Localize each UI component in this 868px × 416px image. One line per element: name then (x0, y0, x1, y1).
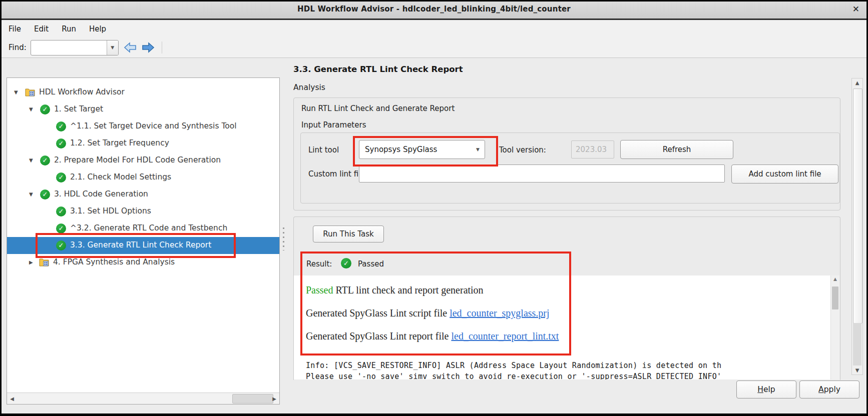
scroll-up-icon[interactable]: ▲ (831, 276, 839, 282)
scroll-right-icon[interactable]: ▶ (269, 393, 279, 404)
run-this-task-button[interactable]: Run This Task (313, 226, 384, 242)
passed-status-text: Passed (306, 284, 333, 296)
result-label: Result: (306, 260, 332, 268)
scrollbar-thumb[interactable] (832, 286, 838, 310)
close-icon[interactable]: ✕ (852, 4, 859, 14)
tree-row-set-hdl-options[interactable]: ✓ 3.1. Set HDL Options (7, 203, 279, 220)
lint-tool-selected-value: Synopsys SpyGlass (359, 145, 476, 154)
tool-version-field: 2023.03 (571, 140, 614, 158)
workflow-tree: ▼ HDL Workflow Advisor ▼ ✓ 1. Set Target… (7, 78, 280, 404)
tree-row-set-target-frequency[interactable]: ✓ 1.2. Set Target Frequency (7, 135, 279, 152)
result-passed-check-icon: ✓ (341, 258, 351, 268)
tree-horizontal-scrollbar[interactable]: ◀ ▶ (7, 392, 279, 404)
advisor-folder-icon (39, 258, 49, 268)
help-button[interactable]: Help (736, 380, 796, 398)
find-previous-icon[interactable] (124, 42, 137, 53)
passed-check-icon: ✓ (56, 138, 66, 148)
custom-lint-file-label: Custom lint file (308, 170, 365, 178)
menu-help[interactable]: Help (89, 24, 106, 34)
tool-version-value: 2023.03 (576, 145, 607, 154)
tree-row-advisor[interactable]: ▼ HDL Workflow Advisor (7, 84, 279, 101)
tree-row-set-target[interactable]: ▼ ✓ 1. Set Target (7, 101, 279, 118)
panel-splitter-handle[interactable] (283, 228, 284, 250)
tree-item-label[interactable]: 4. FPGA Synthesis and Analysis (53, 258, 175, 266)
expanded-triangle-icon[interactable]: ▼ (29, 158, 33, 164)
find-combobox[interactable]: ▼ (31, 40, 119, 56)
scrollbar-thumb[interactable] (853, 88, 862, 324)
lint-tool-dropdown[interactable]: Synopsys SpyGlass ▼ (359, 140, 485, 159)
log-line-report-file: Generated SpyGlass Lint report file led_… (306, 330, 559, 342)
tree-row-set-target-device[interactable]: ✓ ^1.1. Set Target Device and Synthesis … (7, 118, 279, 135)
spyglass-prj-link[interactable]: led_counter_spyglass.prj (450, 308, 549, 318)
hdl-workflow-advisor-window: HDL Workflow Advisor - hdlcoder_led_blin… (2, 2, 866, 414)
expanded-triangle-icon[interactable]: ▼ (29, 192, 33, 198)
tree-item-label[interactable]: ^1.1. Set Target Device and Synthesis To… (70, 122, 237, 130)
log-text: RTL lint check and report generation (333, 284, 483, 296)
log-line-script-file: Generated SpyGlass Lint script file led_… (306, 308, 550, 319)
passed-check-icon: ✓ (40, 104, 50, 114)
tree-item-label[interactable]: ^3.2. Generate RTL Code and Testbench (70, 224, 227, 232)
console-info-line: Info: [VCS_SAVE_RESTORE_INFO] ASLR (Addr… (306, 361, 721, 370)
lint-tool-label: Lint tool (308, 146, 339, 154)
log-vertical-scrollbar[interactable]: ▲ (830, 276, 839, 380)
tree-item-label[interactable]: 3.3. Generate RTL Lint Check Report (70, 240, 211, 250)
toolbar-separator (162, 42, 162, 54)
result-status: Passed (358, 260, 384, 268)
passed-check-icon: ✓ (56, 224, 66, 234)
tree-row-check-model-settings[interactable]: ✓ 2.1. Check Model Settings (7, 169, 279, 186)
scroll-up-icon[interactable]: ▲ (852, 80, 862, 86)
scroll-down-icon[interactable]: ▼ (852, 368, 862, 373)
tree-item-label[interactable]: 2.1. Check Model Settings (70, 172, 171, 182)
lint-report-link[interactable]: led_counter_report_lint.txt (451, 330, 559, 342)
find-input[interactable] (32, 42, 106, 54)
find-next-icon[interactable] (142, 42, 155, 53)
scrollbar-thumb[interactable] (232, 394, 273, 404)
tree-item-label[interactable]: 3. HDL Code Generation (54, 190, 148, 198)
tree-item-label[interactable]: HDL Workflow Advisor (39, 88, 125, 96)
tree-row-generate-rtl-lint-report-selected[interactable]: ✓ 3.3. Generate RTL Lint Check Report (7, 237, 279, 254)
scroll-left-icon[interactable]: ◀ (7, 393, 17, 404)
tree-row-fpga-synthesis[interactable]: ▶ 4. FPGA Synthesis and Analysis (7, 254, 279, 271)
tree-row-hdl-code-generation[interactable]: ▼ ✓ 3. HDL Code Generation (7, 186, 279, 203)
expanded-triangle-icon[interactable]: ▼ (14, 90, 18, 96)
tree-item-label[interactable]: 3.1. Set HDL Options (70, 206, 151, 216)
tool-version-label: Tool version: (499, 146, 546, 154)
log-text: Generated SpyGlass Lint script file (306, 308, 450, 318)
tree-row-generate-rtl-code[interactable]: ✓ ^3.2. Generate RTL Code and Testbench (7, 220, 279, 237)
analysis-section-label: Analysis (293, 83, 325, 92)
task-description: Run RTL Lint Check and Generate Report (301, 104, 455, 113)
tree-item-label[interactable]: 1. Set Target (54, 104, 103, 114)
refresh-button[interactable]: Refresh (620, 140, 733, 159)
input-parameters-label: Input Parameters (301, 120, 366, 130)
scrollbar-track[interactable] (853, 323, 861, 366)
passed-check-icon: ✓ (56, 206, 66, 216)
menu-file[interactable]: File (9, 24, 21, 34)
window-title: HDL Workflow Advisor - hdlcoder_led_blin… (2, 4, 866, 14)
tree-item-label[interactable]: 1.2. Set Target Frequency (70, 138, 169, 148)
menu-run[interactable]: Run (62, 24, 76, 34)
find-label: Find: (9, 43, 27, 52)
passed-check-icon: ✓ (40, 156, 50, 166)
passed-check-icon: ✓ (40, 190, 50, 200)
menu-bar: File Edit Run Help (2, 20, 866, 38)
collapsed-triangle-icon[interactable]: ▶ (29, 260, 33, 266)
task-heading: 3.3. Generate RTL Lint Check Report (293, 64, 463, 74)
add-custom-lint-file-button[interactable]: Add custom lint file (731, 164, 838, 184)
dropdown-arrow-icon: ▼ (476, 147, 485, 152)
log-text: Generated SpyGlass Lint report file (306, 330, 451, 342)
screenshot-canvas: HDL Workflow Advisor - hdlcoder_led_blin… (0, 0, 868, 416)
tree-row-prepare-model[interactable]: ▼ ✓ 2. Prepare Model For HDL Code Genera… (7, 152, 279, 169)
log-line-passed: Passed RTL lint check and report generat… (306, 284, 484, 296)
tree-item-label[interactable]: 2. Prepare Model For HDL Code Generation (54, 156, 221, 164)
find-toolbar: Find: ▼ (2, 38, 866, 58)
passed-check-icon: ✓ (56, 122, 66, 132)
panel-vertical-scrollbar[interactable]: ▲ ▼ (851, 78, 863, 375)
passed-check-icon: ✓ (56, 240, 66, 250)
console-info-line-clipped: Please use '-no_save' simv switch to avo… (306, 372, 721, 380)
custom-lint-file-input[interactable] (359, 164, 725, 182)
find-dropdown-arrow-icon[interactable]: ▼ (107, 40, 118, 55)
apply-button[interactable]: Apply (799, 380, 859, 398)
expanded-triangle-icon[interactable]: ▼ (29, 106, 33, 112)
title-bar: HDL Workflow Advisor - hdlcoder_led_blin… (2, 2, 866, 20)
menu-edit[interactable]: Edit (34, 24, 49, 34)
